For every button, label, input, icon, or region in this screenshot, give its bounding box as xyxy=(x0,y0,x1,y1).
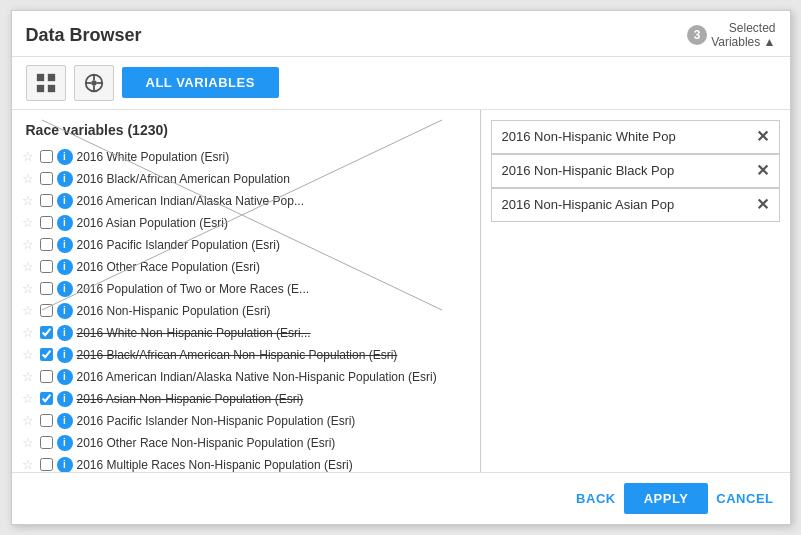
variable-label: 2016 Non-Hispanic Population (Esri) xyxy=(77,304,271,318)
info-icon[interactable]: i xyxy=(57,149,73,165)
variable-checkbox[interactable] xyxy=(40,194,53,207)
variable-row: ☆ i 2016 Population of Two or More Races… xyxy=(12,278,480,300)
remove-selected-button[interactable]: ✕ xyxy=(756,163,769,179)
info-icon[interactable]: i xyxy=(57,281,73,297)
remove-selected-button[interactable]: ✕ xyxy=(756,129,769,145)
star-icon[interactable]: ☆ xyxy=(22,457,36,472)
variable-checkbox[interactable] xyxy=(40,260,53,273)
back-button[interactable]: BACK xyxy=(576,491,616,506)
selected-panel: 2016 Non-Hispanic White Pop ✕ 2016 Non-H… xyxy=(480,110,790,472)
dialog-header: Data Browser 3 SelectedVariables ▲ xyxy=(12,11,790,57)
star-icon[interactable]: ☆ xyxy=(22,325,36,340)
info-icon[interactable]: i xyxy=(57,171,73,187)
variable-label: 2016 Asian Non-Hispanic Population (Esri… xyxy=(77,392,304,406)
star-icon[interactable]: ☆ xyxy=(22,215,36,230)
star-icon[interactable]: ☆ xyxy=(22,391,36,406)
info-icon[interactable]: i xyxy=(57,325,73,341)
info-icon[interactable]: i xyxy=(57,347,73,363)
variable-row: ☆ i 2016 White Non-Hispanic Population (… xyxy=(12,322,480,344)
info-icon[interactable]: i xyxy=(57,193,73,209)
variable-checkbox[interactable] xyxy=(40,414,53,427)
variable-checkbox[interactable] xyxy=(40,392,53,405)
apply-button[interactable]: APPLY xyxy=(624,483,709,514)
info-icon[interactable]: i xyxy=(57,215,73,231)
star-icon[interactable]: ☆ xyxy=(22,237,36,252)
variable-label: 2016 American Indian/Alaska Native Pop..… xyxy=(77,194,304,208)
svg-rect-1 xyxy=(47,74,54,81)
cancel-button[interactable]: CANCEL xyxy=(716,491,773,506)
variable-row: ☆ i 2016 Asian Non-Hispanic Population (… xyxy=(12,388,480,410)
variable-row: ☆ i 2016 Pacific Islander Non-Hispanic P… xyxy=(12,410,480,432)
variable-label: 2016 Other Race Non-Hispanic Population … xyxy=(77,436,336,450)
variable-label: 2016 Other Race Population (Esri) xyxy=(77,260,260,274)
grid-view-button[interactable] xyxy=(26,65,66,101)
variable-label: 2016 White Population (Esri) xyxy=(77,150,230,164)
variable-label: 2016 Black/African American Population xyxy=(77,172,290,186)
selected-item-label: 2016 Non-Hispanic Asian Pop xyxy=(502,197,675,212)
selected-item: 2016 Non-Hispanic Asian Pop ✕ xyxy=(491,188,780,222)
data-browser-dialog: Data Browser 3 SelectedVariables ▲ xyxy=(11,10,791,525)
variable-checkbox[interactable] xyxy=(40,282,53,295)
variable-checkbox[interactable] xyxy=(40,216,53,229)
selected-item-label: 2016 Non-Hispanic White Pop xyxy=(502,129,676,144)
variable-checkbox[interactable] xyxy=(40,436,53,449)
variable-checkbox[interactable] xyxy=(40,150,53,163)
variable-label: 2016 American Indian/Alaska Native Non-H… xyxy=(77,370,437,384)
variable-label: 2016 Population of Two or More Races (E.… xyxy=(77,282,310,296)
star-icon[interactable]: ☆ xyxy=(22,347,36,362)
info-icon[interactable]: i xyxy=(57,303,73,319)
variable-row: ☆ i 2016 American Indian/Alaska Native N… xyxy=(12,366,480,388)
variable-row: ☆ i 2016 American Indian/Alaska Native P… xyxy=(12,190,480,212)
variable-label: 2016 Pacific Islander Non-Hispanic Popul… xyxy=(77,414,356,428)
variable-label: 2016 Asian Population (Esri) xyxy=(77,216,228,230)
selected-badge: 3 SelectedVariables ▲ xyxy=(687,21,775,50)
variable-label: 2016 Multiple Races Non-Hispanic Populat… xyxy=(77,458,353,472)
variable-list-panel: Race variables (1230) ☆ i 2016 White Pop… xyxy=(12,110,480,472)
variable-checkbox[interactable] xyxy=(40,304,53,317)
variable-checkbox[interactable] xyxy=(40,370,53,383)
variable-checkbox[interactable] xyxy=(40,172,53,185)
info-icon[interactable]: i xyxy=(57,435,73,451)
variable-checkbox[interactable] xyxy=(40,238,53,251)
variable-row: ☆ i 2016 Black/African American Non-Hisp… xyxy=(12,344,480,366)
star-icon[interactable]: ☆ xyxy=(22,281,36,296)
svg-rect-0 xyxy=(36,74,43,81)
remove-selected-button[interactable]: ✕ xyxy=(756,197,769,213)
selected-count: 3 xyxy=(687,25,707,45)
star-icon[interactable]: ☆ xyxy=(22,303,36,318)
star-icon[interactable]: ☆ xyxy=(22,149,36,164)
variable-label: 2016 Black/African American Non-Hispanic… xyxy=(77,348,398,362)
variable-label: 2016 White Non-Hispanic Population (Esri… xyxy=(77,326,311,340)
toolbar: ALL VARIABLES xyxy=(12,57,790,110)
selected-item-label: 2016 Non-Hispanic Black Pop xyxy=(502,163,675,178)
category-view-button[interactable] xyxy=(74,65,114,101)
variable-row: ☆ i 2016 Other Race Non-Hispanic Populat… xyxy=(12,432,480,454)
variable-row: ☆ i 2016 Other Race Population (Esri) xyxy=(12,256,480,278)
info-icon[interactable]: i xyxy=(57,237,73,253)
panel-title: Race variables (1230) xyxy=(12,118,480,146)
info-icon[interactable]: i xyxy=(57,457,73,472)
selected-item: 2016 Non-Hispanic White Pop ✕ xyxy=(491,120,780,154)
star-icon[interactable]: ☆ xyxy=(22,171,36,186)
star-icon[interactable]: ☆ xyxy=(22,259,36,274)
variable-row: ☆ i 2016 White Population (Esri) xyxy=(12,146,480,168)
main-area: Race variables (1230) ☆ i 2016 White Pop… xyxy=(12,110,790,472)
variable-row: ☆ i 2016 Non-Hispanic Population (Esri) xyxy=(12,300,480,322)
star-icon[interactable]: ☆ xyxy=(22,413,36,428)
info-icon[interactable]: i xyxy=(57,413,73,429)
variable-row: ☆ i 2016 Pacific Islander Population (Es… xyxy=(12,234,480,256)
variable-checkbox[interactable] xyxy=(40,348,53,361)
svg-rect-3 xyxy=(47,85,54,92)
star-icon[interactable]: ☆ xyxy=(22,193,36,208)
variable-checkbox[interactable] xyxy=(40,458,53,471)
info-icon[interactable]: i xyxy=(57,369,73,385)
all-variables-button[interactable]: ALL VARIABLES xyxy=(122,67,279,98)
variable-checkbox[interactable] xyxy=(40,326,53,339)
dialog-title: Data Browser xyxy=(26,25,142,46)
star-icon[interactable]: ☆ xyxy=(22,435,36,450)
svg-rect-2 xyxy=(36,85,43,92)
variable-row: ☆ i 2016 Multiple Races Non-Hispanic Pop… xyxy=(12,454,480,472)
info-icon[interactable]: i xyxy=(57,259,73,275)
star-icon[interactable]: ☆ xyxy=(22,369,36,384)
info-icon[interactable]: i xyxy=(57,391,73,407)
